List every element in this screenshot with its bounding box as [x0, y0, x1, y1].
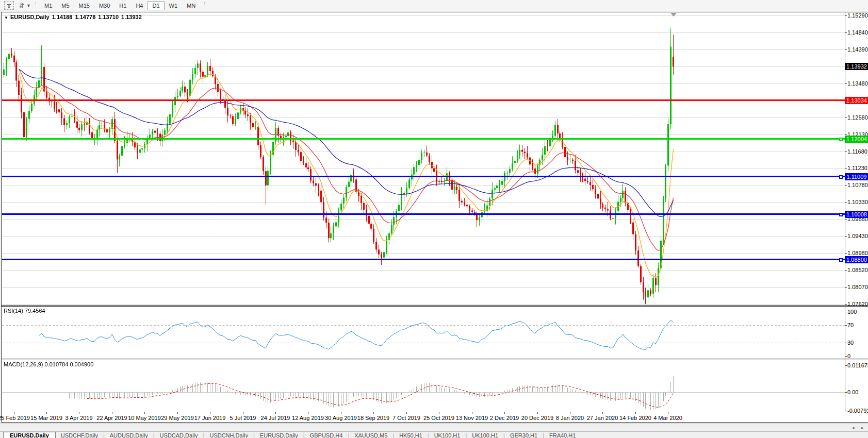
level-1.13034-line[interactable]	[2, 99, 845, 101]
level-1.11009-handle[interactable]	[839, 175, 843, 179]
date-tick	[406, 412, 407, 414]
rsi-axis-tick	[845, 325, 847, 326]
macd-label: MACD(12,26,9) 0.010784 0.004900	[4, 361, 93, 367]
chart-frame-left	[1, 12, 2, 423]
ohlc-close: 1.13932	[121, 14, 142, 20]
level-1.12004-handle[interactable]	[839, 138, 843, 141]
date-tick	[635, 412, 636, 414]
price-axis-label: 1.14840	[847, 29, 868, 36]
date-axis-label: 22 Apr 2019	[96, 415, 127, 421]
price-axis-tick	[845, 236, 847, 237]
price-axis-tick	[845, 185, 847, 186]
macd-axis-tick	[845, 392, 847, 393]
toolbar-grip	[35, 2, 36, 9]
main-price-chart-canvas[interactable]	[2, 12, 845, 305]
level-1.12004-line[interactable]	[2, 138, 845, 140]
scroll-left-icon[interactable]: ◂	[852, 425, 855, 430]
arrows-icon[interactable]: ⇵	[19, 2, 24, 9]
level-1.11009-line[interactable]	[2, 176, 845, 177]
tab-gbpusd-h4[interactable]: GBPUSD,H4	[305, 432, 348, 438]
rsi-macd-divider[interactable]	[1, 359, 868, 359]
tab-usdcnh-daily[interactable]: USDCNH,Daily	[204, 432, 253, 438]
macd-indicator-canvas[interactable]	[2, 360, 845, 412]
price-axis-label: 1.12580	[847, 114, 868, 121]
level-1.08800-line[interactable]	[2, 259, 845, 260]
date-axis-label: 25 Oct 2019	[423, 415, 454, 421]
price-axis-tick	[845, 253, 847, 254]
rsi-axis-tick	[845, 312, 847, 312]
date-axis-label: 27 Jan 2020	[587, 415, 618, 421]
date-axis-label: 14 Feb 2020	[619, 415, 651, 421]
tab-usdchf-daily[interactable]: USDCHF,Daily	[56, 432, 103, 438]
level-1.08800-handle[interactable]	[839, 258, 843, 262]
tab-hk50-h1[interactable]: HK50,H1	[394, 432, 428, 438]
date-axis-label: 8 Jan 2020	[556, 415, 584, 421]
price-axis-label: 1.14390	[847, 46, 868, 53]
rsi-axis-label: 30	[847, 340, 854, 346]
date-axis-label: 20 Dec 2019	[521, 415, 553, 421]
date-axis-label: 2 Dec 2019	[490, 415, 519, 421]
symbol-dropdown-icon[interactable]: ▼	[4, 15, 8, 20]
tab-eurusd-daily[interactable]: EURUSD,Daily	[255, 432, 303, 438]
date-axis-label: 29 May 2019	[161, 415, 194, 421]
price-axis-label: 1.10330	[847, 199, 868, 205]
date-tick	[439, 412, 439, 414]
macd-axis-tick	[845, 365, 847, 366]
timeframe-button-d1[interactable]: D1	[148, 1, 164, 10]
date-tick	[341, 412, 341, 414]
timeframe-button-m30[interactable]: M30	[94, 1, 114, 10]
price-axis-tick	[845, 151, 847, 152]
tab-xauusd-m5[interactable]: XAUUSD,M5	[349, 432, 392, 438]
timeframe-button-w1[interactable]: W1	[165, 1, 183, 10]
chevron-down-icon[interactable]: ▼	[26, 3, 31, 8]
price-axis-label: 1.11680	[847, 148, 867, 155]
price-axis-tick	[845, 49, 847, 50]
level-1.11009-badge: 1.11009	[845, 173, 868, 180]
chart-shift-marker-icon[interactable]	[670, 13, 677, 16]
timeframe-button-m15[interactable]: M15	[74, 1, 94, 10]
scroll-right-icon[interactable]: ▸	[861, 425, 864, 430]
price-axis-label: 1.08520	[847, 267, 868, 273]
price-axis-tick	[845, 270, 847, 271]
price-axis-label: 1.07620	[847, 301, 868, 307]
date-tick	[275, 412, 276, 414]
tab-uk100-h1[interactable]: UK100,H1	[467, 432, 503, 438]
tab-uk100-h1[interactable]: UK100,H1	[429, 432, 466, 438]
level-1.13034-badge: 1.13034	[845, 97, 868, 104]
tab-ger30-h1[interactable]: GER30,H1	[505, 432, 543, 438]
date-axis-label: 13 Nov 2019	[456, 415, 488, 421]
timeframe-button-h1[interactable]: H1	[114, 1, 131, 10]
rsi-label: RSI(14) 79.4564	[4, 308, 45, 314]
tab-fra40-h1[interactable]: FRA40,H1	[544, 432, 581, 438]
date-tick	[210, 412, 210, 414]
timeframe-button-h4[interactable]: H4	[131, 1, 148, 10]
rsi-indicator-canvas[interactable]	[2, 307, 845, 359]
tab-usdcad-daily[interactable]: USDCAD,Daily	[155, 432, 203, 438]
ohlc-low: 1.13710	[98, 14, 119, 20]
horizontal-scrollbar[interactable]: ◂ ▸	[0, 423, 868, 432]
tab-eurusd-daily[interactable]: EURUSD,Daily	[3, 432, 56, 438]
timeframe-button-m5[interactable]: M5	[57, 1, 74, 10]
timeframe-button-mn[interactable]: MN	[182, 1, 200, 10]
date-axis-label: 12 Aug 2019	[292, 415, 324, 421]
price-axis-tick	[845, 287, 847, 288]
text-label-tool-icon[interactable]: T	[4, 1, 14, 10]
rsi-axis-label: 0	[847, 353, 850, 359]
price-axis-tick	[845, 15, 847, 16]
level-1.10008-line[interactable]	[2, 213, 845, 215]
date-tick	[504, 412, 505, 414]
macd-axis-label: 0.011675	[847, 362, 868, 368]
timeframe-button-m1[interactable]: M1	[40, 1, 57, 10]
date-tick	[602, 412, 603, 414]
macd-axis-label: -0.007915	[847, 408, 868, 414]
chart-title: ▼EURUSD,Daily1.141881.147781.137101.1393…	[4, 14, 144, 20]
date-tick	[14, 412, 14, 414]
date-tick	[308, 412, 308, 414]
date-axis-label: 25 Feb 2019	[0, 415, 30, 421]
ohlc-open: 1.14188	[52, 14, 73, 20]
level-1.10008-handle[interactable]	[839, 213, 843, 216]
tab-audusd-daily[interactable]: AUDUSD,Daily	[105, 432, 153, 438]
main-rsi-divider[interactable]	[1, 305, 868, 306]
date-tick	[79, 412, 79, 414]
rsi-axis-label: 70	[847, 322, 854, 328]
